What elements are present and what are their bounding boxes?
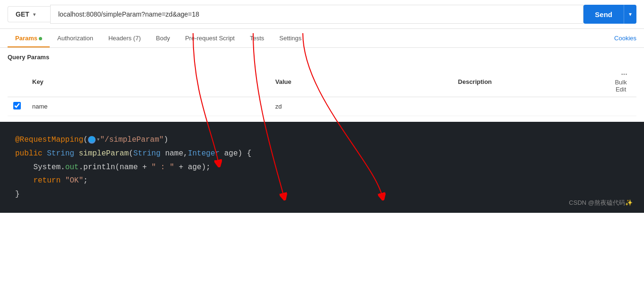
query-params-title: Query Params [8, 54, 636, 61]
row-checkbox-cell [8, 97, 26, 116]
tab-params[interactable]: Params [8, 29, 50, 47]
url-input[interactable] [50, 5, 583, 24]
params-dot [39, 37, 42, 40]
method-select[interactable]: GET ▾ [8, 6, 50, 22]
bulk-edit-button[interactable]: Bulk Edit [611, 79, 631, 93]
code-line-4: return "OK"; [15, 174, 629, 188]
more-options-icon[interactable]: ··· [621, 70, 627, 78]
tab-authorization[interactable]: Authorization [50, 29, 101, 47]
tab-headers[interactable]: Headers (7) [101, 29, 149, 47]
send-btn-container: Send ▾ [583, 5, 636, 24]
col-checkbox-header [8, 66, 26, 97]
code-line-5: } [15, 188, 629, 201]
send-dropdown-button[interactable]: ▾ [624, 5, 636, 24]
method-chevron: ▾ [33, 12, 35, 17]
tab-prerequest[interactable]: Pre-request Script [177, 29, 242, 47]
url-bar: GET ▾ Send ▾ [0, 0, 644, 29]
row-value[interactable]: zd [270, 97, 452, 116]
col-actions-header: ··· Bulk Edit [605, 66, 636, 97]
tabs-bar: Params Authorization Headers (7) Body Pr… [0, 29, 644, 48]
row-key[interactable]: name [26, 97, 270, 116]
send-button[interactable]: Send [583, 5, 624, 24]
cookies-link[interactable]: Cookies [614, 35, 636, 42]
params-section: Query Params Key Value Description ··· B… [0, 48, 644, 122]
method-label: GET [16, 10, 29, 18]
row-description[interactable] [452, 97, 605, 116]
code-line-2: public String simpleParam(String name,In… [15, 147, 629, 161]
tab-body[interactable]: Body [149, 29, 178, 47]
table-row: name zd [8, 97, 636, 116]
col-desc-header: Description [452, 66, 605, 97]
code-block: @RequestMapping(🌐▾"/simpleParam") public… [0, 122, 644, 213]
tab-tests[interactable]: Tests [242, 29, 272, 47]
col-value-header: Value [270, 66, 452, 97]
row-actions [605, 97, 636, 116]
globe-icon: 🌐 [88, 136, 96, 144]
code-line-3: System.out.println(name + " : " + age); [15, 161, 629, 174]
row-checkbox[interactable] [13, 102, 21, 109]
params-table: Key Value Description ··· Bulk Edit name… [8, 66, 636, 116]
watermark: CSDN @熬夜磕代码✨ [569, 199, 633, 207]
col-key-header: Key [26, 66, 270, 97]
code-line-1: @RequestMapping(🌐▾"/simpleParam") [15, 133, 629, 147]
tab-settings[interactable]: Settings [272, 29, 309, 47]
